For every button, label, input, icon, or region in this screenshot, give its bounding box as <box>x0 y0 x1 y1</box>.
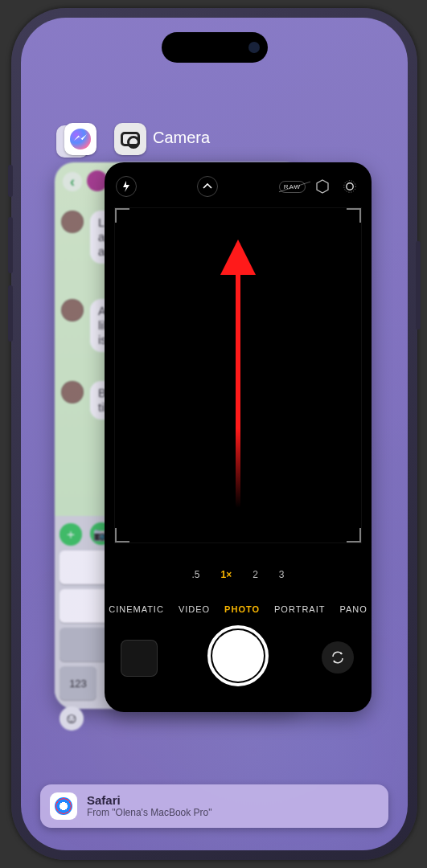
zoom-selector[interactable]: .5 1× 2 3 <box>105 569 372 580</box>
volume-up-button <box>8 217 13 273</box>
numbers-key[interactable]: 123 <box>60 666 96 700</box>
zoom-2[interactable]: 2 <box>253 569 258 580</box>
handoff-banner[interactable]: Safari From "Olena's MacBook Pro" <box>40 784 388 828</box>
svg-point-0 <box>347 183 353 190</box>
emoji-key[interactable]: ☺ <box>60 706 84 731</box>
flash-icon[interactable] <box>116 176 137 197</box>
back-chevron-icon[interactable]: ‹ <box>63 172 82 191</box>
svg-point-1 <box>344 181 356 193</box>
mode-cinematic[interactable]: CINEMATIC <box>109 604 164 614</box>
messenger-app-icon[interactable] <box>64 123 96 155</box>
raw-toggle[interactable]: RAW <box>279 181 306 193</box>
volume-down-button <box>8 285 13 342</box>
zoom-0-5[interactable]: .5 <box>191 569 199 580</box>
screen: ⌘ Camera ‹ Lu ap ar Ar lik is Bu til <box>21 18 408 850</box>
handoff-title: Safari <box>87 793 212 807</box>
avatar <box>61 211 84 233</box>
switch-camera-button[interactable] <box>322 641 354 674</box>
avatar <box>61 299 84 321</box>
safari-icon <box>50 792 77 820</box>
camera-icon <box>121 132 140 146</box>
last-photo-thumbnail[interactable] <box>121 640 158 677</box>
side-power-button <box>416 241 421 330</box>
dynamic-island <box>162 32 268 63</box>
camera-app-icon[interactable] <box>114 123 146 155</box>
mode-video[interactable]: VIDEO <box>179 604 210 614</box>
zoom-3[interactable]: 3 <box>279 569 285 580</box>
shutter-button[interactable] <box>212 630 264 682</box>
mode-portrait[interactable]: PORTRAIT <box>274 604 325 614</box>
ringer-switch <box>8 165 13 197</box>
messenger-icon <box>70 129 91 149</box>
swipe-up-arrow-annotation <box>236 243 240 508</box>
live-photo-icon[interactable] <box>339 176 360 197</box>
mode-photo[interactable]: PHOTO <box>224 604 260 614</box>
chevron-up-icon[interactable] <box>197 176 218 197</box>
front-app-label: Camera <box>153 129 210 147</box>
camera-top-bar: RAW <box>105 170 372 203</box>
iphone-frame: ⌘ Camera ‹ Lu ap ar Ar lik is Bu til <box>11 8 417 860</box>
app-card-camera[interactable]: RAW .5 1× 2 3 CINEMATIC <box>105 162 372 712</box>
handoff-subtitle: From "Olena's MacBook Pro" <box>87 808 212 819</box>
zoom-1x[interactable]: 1× <box>220 569 232 580</box>
plus-button[interactable]: ＋ <box>60 523 82 546</box>
prores-icon[interactable] <box>312 176 333 197</box>
mode-selector[interactable]: CINEMATIC VIDEO PHOTO PORTRAIT PANO <box>105 604 372 614</box>
mode-pano[interactable]: PANO <box>339 604 367 614</box>
avatar <box>61 381 84 403</box>
